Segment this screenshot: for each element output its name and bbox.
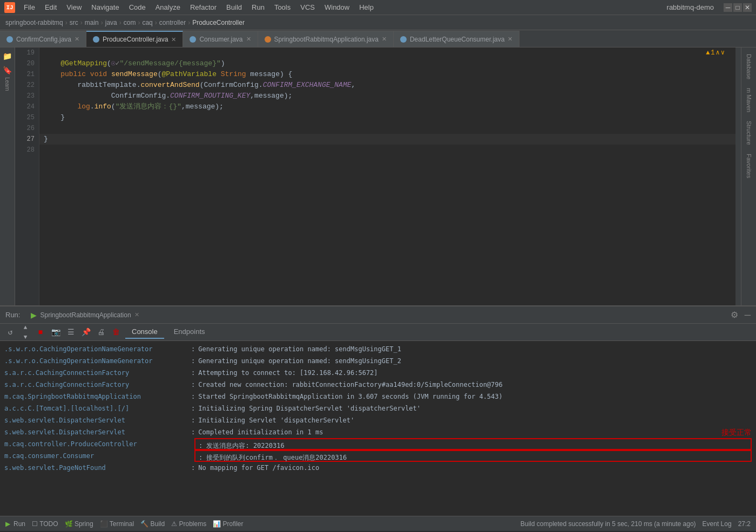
minimize-button[interactable]: ─ [724, 3, 732, 12]
maven-panel-label[interactable]: m Maven [744, 84, 754, 117]
breadcrumb-controller[interactable]: controller [159, 19, 186, 26]
tab-confirmconfig-close[interactable]: ✕ [75, 36, 79, 43]
tab-springbootapp[interactable]: SpringbootRabbitmqApplication.java ✕ [258, 31, 394, 47]
format-icon[interactable]: ☰ [65, 326, 77, 338]
line-25: 25 [15, 112, 39, 123]
menu-window[interactable]: Window [320, 2, 354, 12]
run-app-icon: ▶ [31, 311, 37, 319]
tab-confirmconfig[interactable]: ConfirmConfig.java ✕ [0, 31, 86, 47]
menu-tools[interactable]: Tools [270, 2, 295, 12]
line-26: 26 [15, 123, 39, 134]
code-editor[interactable]: 19 20 21 22 23 24 25 26 27 28 @GetMappin… [15, 47, 741, 305]
menu-navigate[interactable]: Navigate [87, 2, 123, 12]
status-run-button[interactable]: ▶ Run [5, 520, 25, 528]
breadcrumb-class[interactable]: ProduceController [192, 19, 245, 26]
run-subtab-endpoints[interactable]: Endpoints [167, 325, 212, 339]
breadcrumb-project[interactable]: springboot-rabbitmq [5, 19, 63, 26]
code-line-21: public void sendMessage(@PathVariable St… [39, 69, 741, 80]
stop-button[interactable]: ■ [35, 326, 46, 338]
java-icon-3 [190, 36, 196, 43]
console-msg-9: : 接受到的队列confirm． queue消息20220316 [194, 450, 752, 462]
down-arrow[interactable]: ∨ [721, 49, 725, 57]
menu-view[interactable]: View [62, 2, 86, 12]
run-subtab-console[interactable]: Console [125, 325, 164, 339]
run-panel: Run: ▶ SpringbootRabbitmqApplication ✕ ⚙… [0, 305, 756, 516]
tab-deadletter-close[interactable]: ✕ [508, 36, 512, 43]
profiler-label[interactable]: 📊 Profiler [213, 520, 243, 528]
menu-build[interactable]: Build [222, 2, 246, 12]
code-line-25: } [39, 112, 741, 123]
minimize-run-icon[interactable]: ─ [745, 310, 751, 320]
structure-panel-label[interactable]: Structure [744, 117, 754, 149]
clear-button[interactable]: 🗑 [110, 326, 122, 338]
tab-springbootapp-label: SpringbootRabbitmqApplication.java [274, 36, 379, 43]
java-icon-4 [265, 36, 271, 43]
camera-icon[interactable]: 📷 [50, 326, 62, 338]
console-line-10: s.web.servlet.PageNotFound : No mapping … [0, 462, 756, 474]
tab-deadletter[interactable]: DeadLetterQueueConsumer.java ✕ [394, 31, 519, 47]
window-controls: ─ □ ✕ [724, 3, 752, 12]
breadcrumb-java[interactable]: java [105, 19, 117, 26]
tab-consumer-close[interactable]: ✕ [246, 36, 251, 43]
tab-producecontroller-label: ProduceController.java [103, 36, 168, 43]
build-label[interactable]: 🔨 Build [140, 520, 165, 528]
java-icon-5 [400, 36, 407, 43]
up-arrow[interactable]: ∧ [716, 49, 720, 57]
tab-producecontroller-close[interactable]: ✕ [171, 36, 176, 43]
warning-badge: ▲ 1 ∧ ∨ [706, 49, 725, 57]
favorites-panel-label[interactable]: Favorites [744, 149, 754, 182]
menu-run[interactable]: Run [247, 2, 269, 12]
console-class-2: s.a.r.c.CachingConnectionFactory [4, 367, 188, 379]
tab-producecontroller[interactable]: ProduceController.java ✕ [86, 31, 183, 47]
code-line-27: } [39, 134, 741, 145]
settings-icon[interactable]: ⚙ [731, 310, 738, 320]
breadcrumb-caq[interactable]: caq [142, 19, 152, 26]
close-button[interactable]: ✕ [743, 3, 752, 12]
run-icon: ▶ [5, 520, 10, 528]
menu-code[interactable]: Code [125, 2, 150, 12]
menu-analyze[interactable]: Analyze [151, 2, 185, 12]
menu-edit[interactable]: Edit [40, 2, 61, 12]
spring-label[interactable]: 🌿 Spring [65, 520, 93, 528]
print-icon[interactable]: 🖨 [95, 326, 107, 338]
console-msg-10: No mapping for GET /favicon.ico [198, 462, 752, 474]
console-msg-6: Initializing Servlet 'dispatcherServlet' [198, 414, 752, 426]
project-icon[interactable]: 📁 [1, 50, 14, 63]
code-line-19 [39, 47, 741, 58]
todo-label[interactable]: ☐ TODO [32, 520, 58, 528]
tab-consumer[interactable]: Consumer.java ✕ [183, 31, 258, 47]
menu-file[interactable]: File [19, 2, 39, 12]
learn-icon[interactable]: Learn [1, 78, 14, 91]
breadcrumb-com[interactable]: com [124, 19, 136, 26]
console-class-7: s.web.servlet.DispatcherServlet [4, 426, 188, 438]
console-class-10: s.web.servlet.PageNotFound [4, 462, 188, 474]
menu-help[interactable]: Help [355, 2, 378, 12]
problems-label[interactable]: ⚠ Problems [171, 520, 206, 528]
console-line-0: .s.w.r.o.CachingOperationNameGenerator :… [0, 343, 756, 355]
editor-scrollbar[interactable] [735, 47, 741, 305]
run-app-name: SpringbootRabbitmqApplication [40, 311, 131, 319]
scroll-down-button[interactable]: ▼ [19, 333, 31, 342]
menu-refactor[interactable]: Refactor [186, 2, 221, 12]
breadcrumb-main[interactable]: main [85, 19, 99, 26]
receive-normal-annotation: 接受正常 [721, 426, 752, 438]
run-button-label[interactable]: Run [14, 520, 25, 528]
rerun-button[interactable]: ↺ [4, 326, 16, 338]
tab-springbootapp-close[interactable]: ✕ [382, 36, 387, 43]
code-line-22: rabbitTemplate.convertAndSend(ConfirmCon… [39, 80, 741, 91]
code-lines: @GetMapping(☉✓"/sendMessage/{message}") … [39, 47, 741, 305]
database-panel-label[interactable]: Database [744, 50, 754, 84]
maximize-button[interactable]: □ [733, 3, 742, 12]
run-tab-close[interactable]: ✕ [134, 311, 139, 318]
line-24: 24 [15, 101, 39, 112]
breadcrumb-src[interactable]: src [70, 19, 78, 26]
terminal-label[interactable]: ⬛ Terminal [100, 520, 134, 528]
console-line-3: s.a.r.c.CachingConnectionFactory : Creat… [0, 379, 756, 391]
scroll-up-button[interactable]: ▲ [19, 323, 31, 332]
event-log-label[interactable]: Event Log [703, 520, 732, 528]
run-app-tab[interactable]: ▶ SpringbootRabbitmqApplication ✕ [24, 309, 145, 322]
bookmark-icon[interactable]: 🔖 [1, 64, 14, 77]
editor-tabs: ConfirmConfig.java ✕ ProduceController.j… [0, 30, 756, 47]
pin-icon[interactable]: 📌 [80, 326, 92, 338]
menu-vcs[interactable]: VCS [296, 2, 319, 12]
